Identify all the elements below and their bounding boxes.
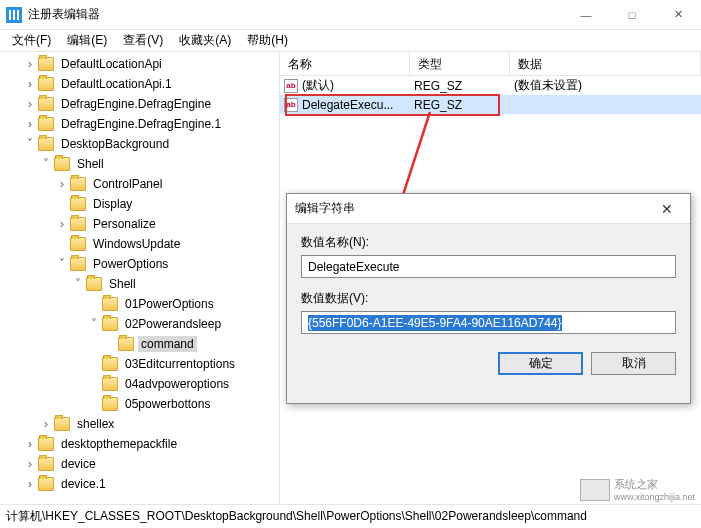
tree-node[interactable]: WindowsUpdate [0,234,279,254]
folder-icon [70,257,86,271]
folder-icon [102,377,118,391]
col-type[interactable]: 类型 [410,52,510,75]
tree-node[interactable]: ›shellex [0,414,279,434]
tree-node[interactable]: 01PowerOptions [0,294,279,314]
dialog-buttons: 确定 取消 [287,344,690,387]
value-data: (数值未设置) [514,77,701,94]
data-field[interactable]: {556FF0D6-A1EE-49E5-9FA4-90AE116AD744} [301,311,676,334]
data-value-selected: {556FF0D6-A1EE-49E5-9FA4-90AE116AD744} [308,315,562,331]
folder-icon [54,417,70,431]
folder-icon [70,177,86,191]
folder-icon [38,437,54,451]
list-row[interactable]: abDelegateExecu...REG_SZ [280,95,701,114]
col-name[interactable]: 名称 [280,52,410,75]
tree-node[interactable]: command [0,334,279,354]
watermark: 系统之家 www.xitongzhijia.net [580,477,695,502]
tree-label: WindowsUpdate [90,236,183,252]
tree-node[interactable]: ˅Shell [0,154,279,174]
menu-help[interactable]: 帮助(H) [239,30,296,51]
tree-label: ControlPanel [90,176,165,192]
tree-node[interactable]: ›Personalize [0,214,279,234]
tree-node[interactable]: ›DefaultLocationApi [0,54,279,74]
name-field[interactable] [301,255,676,278]
tree-label: Display [90,196,135,212]
expand-icon[interactable]: › [22,457,38,471]
tree-label: device [58,456,99,472]
expand-icon[interactable]: › [22,77,38,91]
minimize-button[interactable]: — [563,0,609,30]
regedit-icon [6,7,22,23]
string-value-icon: ab [284,79,298,93]
menu-view[interactable]: 查看(V) [115,30,171,51]
folder-icon [118,337,134,351]
tree-label: PowerOptions [90,256,171,272]
collapse-icon[interactable]: ˅ [70,277,86,291]
expand-icon[interactable]: › [22,437,38,451]
tree-node[interactable]: ˅02Powerandsleep [0,314,279,334]
folder-icon [38,477,54,491]
tree-node[interactable]: ˅PowerOptions [0,254,279,274]
expand-icon[interactable]: › [22,117,38,131]
tree-node[interactable]: ›DefragEngine.DefragEngine.1 [0,114,279,134]
value-name: (默认) [302,77,334,94]
expand-icon[interactable]: › [54,217,70,231]
tree-label: desktopthemepackfile [58,436,180,452]
tree-node[interactable]: ›ControlPanel [0,174,279,194]
menu-file[interactable]: 文件(F) [4,30,59,51]
tree-pane[interactable]: ›DefaultLocationApi›DefaultLocationApi.1… [0,52,280,504]
tree-node[interactable]: ˅DesktopBackground [0,134,279,154]
tree-label: DesktopBackground [58,136,172,152]
tree-node[interactable]: ›DefragEngine.DefragEngine [0,94,279,114]
tree-node[interactable]: ˅Shell [0,274,279,294]
folder-icon [38,117,54,131]
tree-label: DefragEngine.DefragEngine.1 [58,116,224,132]
dialog-title-bar[interactable]: 编辑字符串 ✕ [287,194,690,224]
value-name: DelegateExecu... [302,98,393,112]
value-type: REG_SZ [414,79,514,93]
menu-edit[interactable]: 编辑(E) [59,30,115,51]
tree-node[interactable]: 05powerbottons [0,394,279,414]
close-button[interactable]: ✕ [655,0,701,30]
expand-icon[interactable]: › [22,97,38,111]
dialog-title: 编辑字符串 [295,200,652,217]
folder-icon [70,237,86,251]
tree-node[interactable]: ›device.1 [0,474,279,494]
tree-node[interactable]: ›DefaultLocationApi.1 [0,74,279,94]
folder-icon [102,297,118,311]
list-header: 名称 类型 数据 [280,52,701,76]
watermark-logo-icon [580,479,610,501]
tree-node[interactable]: ›device [0,454,279,474]
tree-node[interactable]: 03Editcurrentoptions [0,354,279,374]
tree-label: 04advpoweroptions [122,376,232,392]
tree-label: 03Editcurrentoptions [122,356,238,372]
expand-icon[interactable]: › [38,417,54,431]
data-label: 数值数据(V): [301,290,676,307]
tree-node[interactable]: 04advpoweroptions [0,374,279,394]
collapse-icon[interactable]: ˅ [22,137,38,151]
folder-icon [86,277,102,291]
expand-icon[interactable]: › [22,477,38,491]
tree-label: 05powerbottons [122,396,213,412]
ok-button[interactable]: 确定 [498,352,583,375]
list-row[interactable]: ab(默认)REG_SZ(数值未设置) [280,76,701,95]
tree-node[interactable]: Display [0,194,279,214]
menu-favorites[interactable]: 收藏夹(A) [171,30,239,51]
maximize-button[interactable]: □ [609,0,655,30]
col-data[interactable]: 数据 [510,52,701,75]
window-title: 注册表编辑器 [28,6,563,23]
tree-label: Shell [74,156,107,172]
cancel-button[interactable]: 取消 [591,352,676,375]
collapse-icon[interactable]: ˅ [86,317,102,331]
status-bar: 计算机\HKEY_CLASSES_ROOT\DesktopBackground\… [0,504,701,526]
tree-node[interactable]: ›desktopthemepackfile [0,434,279,454]
expand-icon[interactable]: › [22,57,38,71]
folder-icon [38,97,54,111]
folder-icon [102,397,118,411]
folder-icon [102,357,118,371]
expand-icon[interactable]: › [54,177,70,191]
dialog-body: 数值名称(N): 数值数据(V): {556FF0D6-A1EE-49E5-9F… [287,224,690,344]
collapse-icon[interactable]: ˅ [54,257,70,271]
dialog-close-button[interactable]: ✕ [652,201,682,217]
collapse-icon[interactable]: ˅ [38,157,54,171]
tree-label: 02Powerandsleep [122,316,224,332]
